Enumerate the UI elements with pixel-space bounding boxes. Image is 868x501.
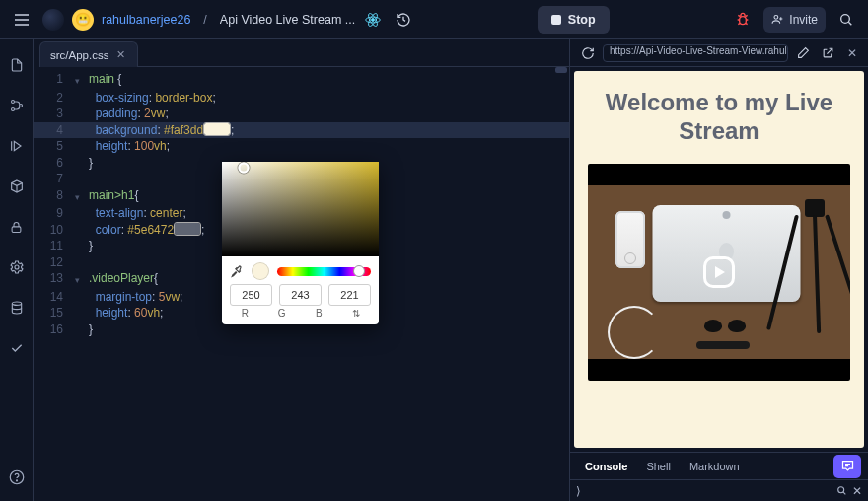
help-icon[interactable] [5, 465, 29, 489]
fold-gutter-icon[interactable]: ▾ [75, 187, 89, 206]
fold-gutter-icon[interactable]: ▾ [75, 270, 89, 289]
search-icon[interactable] [833, 7, 859, 33]
react-icon [363, 10, 383, 30]
version-control-icon[interactable] [5, 94, 29, 117]
fold-gutter-icon[interactable] [75, 222, 89, 239]
fold-gutter-icon[interactable] [75, 122, 89, 139]
fold-gutter-icon[interactable] [75, 171, 89, 187]
line-number: 2 [34, 90, 75, 107]
fold-gutter-icon[interactable] [75, 254, 89, 271]
fold-gutter-icon[interactable] [75, 205, 89, 222]
line-number: 9 [34, 205, 75, 222]
tab-app-css[interactable]: src/App.css ✕ [39, 41, 138, 67]
breadcrumb-sep: / [198, 13, 211, 27]
fold-gutter-icon[interactable] [75, 138, 89, 155]
tab-console[interactable]: Console [577, 457, 635, 476]
svg-rect-4 [740, 16, 747, 24]
breadcrumb-project[interactable]: Api Video Live Stream ... [220, 13, 355, 27]
tab-shell[interactable]: Shell [638, 457, 678, 476]
close-preview-icon[interactable]: ✕ [842, 43, 862, 63]
color-swatch[interactable] [175, 223, 200, 235]
code-line[interactable]: 4 background: #faf3dd; [34, 122, 569, 139]
history-icon[interactable] [391, 7, 416, 33]
color-picker[interactable]: 250 243 221 R G B ⇅ [222, 162, 379, 324]
line-number: 10 [34, 222, 75, 239]
fold-gutter-icon[interactable] [75, 322, 89, 338]
bug-icon[interactable] [730, 7, 756, 33]
url-bar[interactable]: https://Api-Video-Live-Stream-View.rahul… [603, 44, 788, 62]
code-text: } [89, 238, 93, 254]
files-icon[interactable] [5, 53, 29, 77]
code-text: } [89, 155, 93, 172]
svg-point-0 [372, 18, 375, 21]
play-button[interactable] [703, 256, 735, 288]
color-picker-saturation[interactable] [222, 162, 379, 256]
svg-point-6 [841, 14, 850, 23]
console-prompt[interactable]: ⟩ [576, 484, 581, 498]
database-icon[interactable] [5, 296, 29, 320]
console-search-icon[interactable] [835, 484, 848, 497]
chat-icon[interactable] [833, 455, 861, 478]
fold-gutter-icon[interactable] [75, 238, 89, 254]
fold-gutter-icon[interactable]: ▾ [75, 71, 89, 90]
stop-label: Stop [568, 13, 596, 27]
code-line[interactable]: 1▾main { [34, 71, 569, 90]
label-r: R [230, 308, 260, 319]
input-r[interactable]: 250 [230, 284, 272, 306]
color-picker-handle[interactable] [239, 163, 250, 174]
fold-gutter-icon[interactable] [75, 90, 89, 107]
current-color-swatch [252, 262, 269, 280]
breadcrumb-user[interactable]: rahulbanerjee26 [102, 13, 190, 27]
menu-icon[interactable] [9, 7, 35, 33]
format-toggle-icon[interactable]: ⇅ [341, 308, 372, 319]
line-number: 3 [34, 106, 75, 122]
video-player[interactable] [588, 164, 850, 381]
reload-icon[interactable] [578, 43, 598, 63]
code-line[interactable]: 3 padding: 2vw; [34, 106, 569, 122]
svg-point-15 [838, 487, 844, 493]
fold-gutter-icon[interactable] [75, 289, 89, 306]
svg-point-8 [11, 108, 14, 111]
earbuds-graphic [608, 306, 661, 359]
console-clear-icon[interactable]: ✕ [852, 484, 862, 498]
input-g[interactable]: 243 [279, 284, 322, 306]
line-number: 7 [34, 171, 75, 187]
edit-icon[interactable] [793, 43, 813, 63]
fold-gutter-icon[interactable] [75, 305, 89, 322]
packages-icon[interactable] [5, 175, 29, 198]
tab-markdown[interactable]: Markdown [682, 457, 748, 476]
stop-button[interactable]: Stop [538, 6, 610, 34]
debug-icon[interactable] [5, 134, 29, 158]
svg-rect-10 [12, 226, 21, 232]
code-text: color: #5e6472; [89, 222, 204, 239]
replit-logo[interactable] [42, 9, 64, 31]
hue-handle[interactable] [353, 265, 365, 277]
hue-slider[interactable] [277, 267, 371, 276]
line-number: 15 [34, 305, 75, 322]
code-line[interactable]: 5 height: 100vh; [34, 138, 569, 155]
close-icon[interactable]: ✕ [116, 48, 125, 61]
sunglasses-graphic [704, 320, 746, 333]
minimap-indicator[interactable] [555, 67, 567, 73]
color-swatch[interactable] [204, 123, 230, 135]
eyedropper-icon[interactable] [230, 264, 244, 278]
code-text: .videoPlayer{ [89, 270, 158, 289]
check-icon[interactable] [5, 336, 29, 360]
secrets-icon[interactable] [5, 215, 29, 239]
fold-gutter-icon[interactable] [75, 155, 89, 172]
invite-button[interactable]: Invite [763, 7, 826, 33]
avatar-emoji: 😬 [75, 12, 91, 27]
line-number: 6 [34, 155, 75, 172]
open-new-tab-icon[interactable] [818, 43, 837, 63]
svg-point-12 [12, 302, 21, 305]
avatar[interactable]: 😬 [72, 9, 94, 31]
fold-gutter-icon[interactable] [75, 106, 89, 122]
svg-point-5 [774, 15, 778, 19]
code-text: height: 60vh; [89, 305, 163, 322]
input-b[interactable]: 221 [328, 284, 371, 306]
settings-icon[interactable] [5, 255, 29, 279]
label-b: B [304, 308, 334, 319]
code-text: background: #faf3dd; [89, 122, 234, 139]
line-number: 5 [34, 138, 75, 155]
code-line[interactable]: 2 box-sizing: border-box; [34, 90, 569, 107]
